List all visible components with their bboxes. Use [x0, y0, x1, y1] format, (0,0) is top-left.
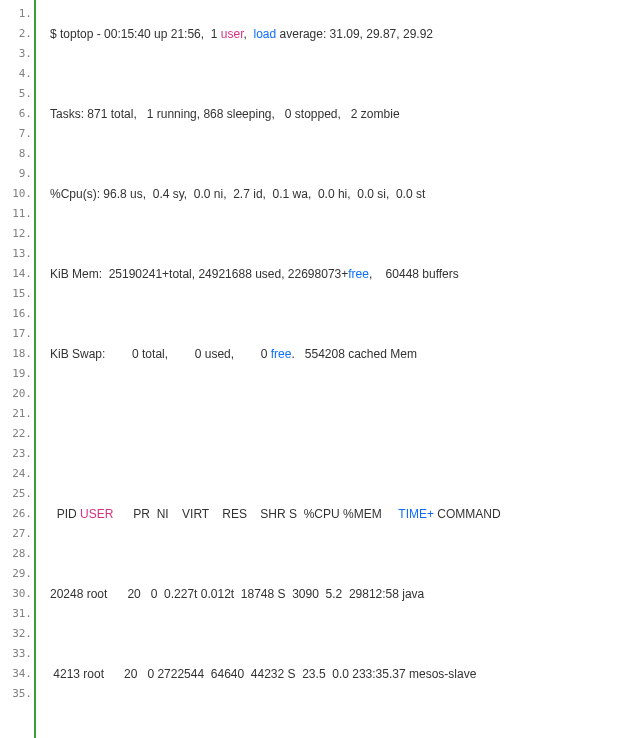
line-number: 4. — [0, 64, 32, 84]
line-number: 21. — [0, 404, 32, 424]
column-time: TIME+ — [398, 507, 434, 521]
line-number: 18. — [0, 344, 32, 364]
line-number: 32. — [0, 624, 32, 644]
line-number: 35. — [0, 684, 32, 704]
column-header: PID USER PR NI VIRT RES SHR S %CPU %MEM … — [50, 504, 634, 524]
line-number: 1. — [0, 4, 32, 24]
line-number: 3. — [0, 44, 32, 64]
line-number: 2. — [0, 24, 32, 44]
line-number: 16. — [0, 304, 32, 324]
column-user: USER — [80, 507, 113, 521]
line-number-gutter: 1.2.3.4.5.6.7.8.9.10.11.12.13.14.15.16.1… — [0, 0, 36, 738]
line-number: 12. — [0, 224, 32, 244]
keyword-user: user — [221, 27, 244, 41]
line-number: 5. — [0, 84, 32, 104]
line-number: 10. — [0, 184, 32, 204]
line-number: 31. — [0, 604, 32, 624]
line-number: 14. — [0, 264, 32, 284]
keyword-free: free — [348, 267, 369, 281]
line-number: 22. — [0, 424, 32, 444]
line-number: 23. — [0, 444, 32, 464]
line-number: 24. — [0, 464, 32, 484]
code-snippet: 1.2.3.4.5.6.7.8.9.10.11.12.13.14.15.16.1… — [0, 0, 642, 738]
cpu-line: %Cpu(s): 96.8 us, 0.4 sy, 0.0 ni, 2.7 id… — [50, 184, 634, 204]
line-number: 25. — [0, 484, 32, 504]
mem-line: KiB Mem: 25190241+total, 24921688 used, … — [50, 264, 634, 284]
line-number: 30. — [0, 584, 32, 604]
line-number: 29. — [0, 564, 32, 584]
line-number: 27. — [0, 524, 32, 544]
line-number: 19. — [0, 364, 32, 384]
keyword-free: free — [271, 347, 292, 361]
tasks-line: Tasks: 871 total, 1 running, 868 sleepin… — [50, 104, 634, 124]
code-content[interactable]: $ toptop - 00:15:40 up 21:56, 1 user, lo… — [36, 0, 642, 738]
process-row: 20248 root 20 0 0.227t 0.012t 18748 S 30… — [50, 584, 634, 604]
line-number: 28. — [0, 544, 32, 564]
line-number: 17. — [0, 324, 32, 344]
swap-line: KiB Swap: 0 total, 0 used, 0 free. 55420… — [50, 344, 634, 364]
line-number: 33. — [0, 644, 32, 664]
line-number: 8. — [0, 144, 32, 164]
line-number: 20. — [0, 384, 32, 404]
line-number: 26. — [0, 504, 32, 524]
process-row: 4213 root 20 0 2722544 64640 44232 S 23.… — [50, 664, 634, 684]
line-number: 13. — [0, 244, 32, 264]
line-number: 34. — [0, 664, 32, 684]
keyword-load: load — [254, 27, 277, 41]
line-number: 6. — [0, 104, 32, 124]
line-number: 11. — [0, 204, 32, 224]
line-number: 15. — [0, 284, 32, 304]
uptime-line: $ toptop - 00:15:40 up 21:56, 1 user, lo… — [50, 24, 634, 44]
line-number: 9. — [0, 164, 32, 184]
line-number: 7. — [0, 124, 32, 144]
